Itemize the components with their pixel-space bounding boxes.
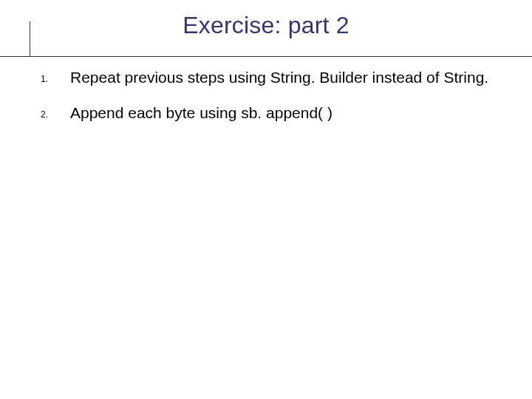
list-item: 1. Repeat previous steps using String. B… xyxy=(41,68,510,87)
list-item: 2. Append each byte using sb. append( ) xyxy=(41,103,510,123)
slide-title: Exercise: part 2 xyxy=(0,12,532,39)
list-text: Repeat previous steps using String. Buil… xyxy=(70,68,510,87)
list-number: 1. xyxy=(41,68,70,84)
title-tick-decoration xyxy=(30,21,30,57)
slide: Exercise: part 2 1. Repeat previous step… xyxy=(0,0,532,399)
list-number: 2. xyxy=(41,103,70,120)
content-area: 1. Repeat previous steps using String. B… xyxy=(41,68,510,140)
title-block: Exercise: part 2 xyxy=(0,12,532,45)
list-text: Append each byte using sb. append( ) xyxy=(70,103,510,123)
title-underline xyxy=(0,56,532,57)
